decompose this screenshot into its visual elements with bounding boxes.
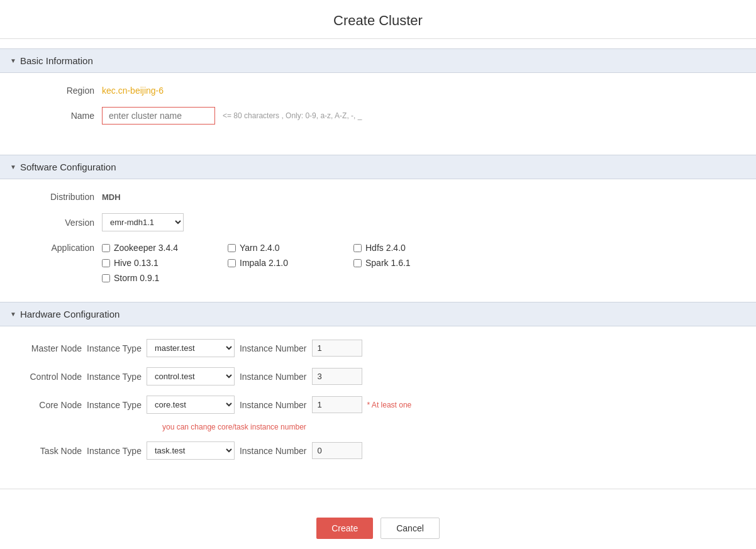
core-instance-type-label: Instance Type <box>87 400 142 410</box>
hardware-configuration-header: ▼ Hardware Configuration <box>0 302 756 326</box>
app-hdfs-label: Hdfs 2.4.0 <box>365 243 406 253</box>
basic-arrow-icon: ▼ <box>10 57 16 64</box>
control-instance-number-input <box>312 368 362 385</box>
hardware-configuration-title: Hardware Configuration <box>20 309 120 319</box>
core-node-inner: Core Node Instance Type core.test Instan… <box>19 396 411 414</box>
cluster-name-input[interactable] <box>102 107 215 125</box>
distribution-value: MDH <box>102 192 121 202</box>
checkbox-hive[interactable] <box>102 259 110 267</box>
checkbox-zookeeper[interactable] <box>102 244 110 252</box>
master-instance-number-label: Instance Number <box>240 343 307 353</box>
software-configuration-title: Software Configuration <box>20 162 116 172</box>
software-configuration-header: ▼ Software Configuration <box>0 155 756 179</box>
basic-information-section: ▼ Basic Information Region kec.cn-beijin… <box>0 48 756 148</box>
region-label: Region <box>19 86 94 96</box>
task-instance-type-select[interactable]: task.test <box>147 441 235 460</box>
application-row: Application Zookeeper 3.4.4 Yarn 2.4.0 H… <box>19 243 737 283</box>
software-configuration-body: Distribution MDH Version emr-mdh1.1 emr-… <box>0 179 756 296</box>
core-extra-note: you can change core/task instance number <box>162 423 306 431</box>
checkbox-storm[interactable] <box>102 274 110 282</box>
core-node-label: Core Node <box>19 400 82 410</box>
task-instance-type-label: Instance Type <box>87 446 142 456</box>
control-instance-number-label: Instance Number <box>240 372 307 382</box>
title-divider <box>0 38 756 39</box>
application-label: Application <box>19 243 94 253</box>
core-extra-note-container: you can change core/task instance number <box>19 421 737 431</box>
core-at-least-note: * At least one <box>367 401 412 409</box>
core-node-row: Core Node Instance Type core.test Instan… <box>19 396 737 431</box>
app-storm: Storm 0.9.1 <box>102 273 228 283</box>
create-button[interactable]: Create <box>316 518 373 539</box>
region-row: Region kec.cn-beijing-6 <box>19 86 737 96</box>
master-node-row: Master Node Instance Type master.test In… <box>19 339 737 357</box>
hardware-arrow-icon: ▼ <box>10 311 16 318</box>
distribution-label: Distribution <box>19 192 94 202</box>
app-impala-label: Impala 2.1.0 <box>240 258 288 268</box>
task-instance-number-label: Instance Number <box>240 446 307 456</box>
name-row: Name <= 80 characters , Only: 0-9, a-z, … <box>19 107 737 125</box>
task-node-label: Task Node <box>19 446 82 456</box>
core-instance-number-input[interactable] <box>312 396 362 413</box>
app-impala: Impala 2.1.0 <box>228 258 353 268</box>
distribution-row: Distribution MDH <box>19 192 737 202</box>
software-configuration-section: ▼ Software Configuration Distribution MD… <box>0 155 756 296</box>
hardware-configuration-body: Master Node Instance Type master.test In… <box>0 326 756 482</box>
app-hdfs: Hdfs 2.4.0 <box>353 243 479 253</box>
master-node-label: Master Node <box>19 343 82 353</box>
app-storm-label: Storm 0.9.1 <box>114 273 159 283</box>
version-select[interactable]: emr-mdh1.1 emr-mdh1.0 <box>102 213 184 231</box>
basic-information-body: Region kec.cn-beijing-6 Name <= 80 chara… <box>0 73 756 148</box>
basic-information-header: ▼ Basic Information <box>0 48 756 73</box>
checkbox-spark[interactable] <box>353 259 362 267</box>
app-zookeeper: Zookeeper 3.4.4 <box>102 243 228 253</box>
core-instance-type-select[interactable]: core.test <box>147 396 235 414</box>
basic-information-title: Basic Information <box>20 55 93 66</box>
app-hive-label: Hive 0.13.1 <box>114 258 158 268</box>
hardware-configuration-section: ▼ Hardware Configuration Master Node Ins… <box>0 302 756 482</box>
task-node-row: Task Node Instance Type task.test Instan… <box>19 441 737 460</box>
footer-divider <box>0 489 756 489</box>
cancel-button[interactable]: Cancel <box>381 518 440 539</box>
application-checkboxes: Zookeeper 3.4.4 Yarn 2.4.0 Hdfs 2.4.0 Hi… <box>102 243 479 283</box>
checkbox-impala[interactable] <box>228 259 236 267</box>
checkbox-yarn[interactable] <box>228 244 236 252</box>
control-instance-type-select[interactable]: control.test <box>147 367 235 385</box>
name-hint: <= 80 characters , Only: 0-9, a-z, A-Z, … <box>223 111 362 120</box>
app-yarn-label: Yarn 2.4.0 <box>240 243 280 253</box>
control-instance-type-label: Instance Type <box>87 372 142 382</box>
app-yarn: Yarn 2.4.0 <box>228 243 353 253</box>
control-node-label: Control Node <box>19 372 82 382</box>
master-instance-type-label: Instance Type <box>87 343 142 353</box>
version-row: Version emr-mdh1.1 emr-mdh1.0 <box>19 213 737 231</box>
version-label: Version <box>19 218 94 228</box>
task-instance-number-input[interactable] <box>312 442 362 459</box>
name-label: Name <box>19 111 94 121</box>
footer-buttons: Create Cancel <box>0 499 756 549</box>
checkbox-hdfs[interactable] <box>353 244 362 252</box>
software-arrow-icon: ▼ <box>10 164 16 170</box>
core-instance-number-label: Instance Number <box>240 400 307 410</box>
master-instance-type-select[interactable]: master.test <box>147 339 235 357</box>
page-title: Create Cluster <box>0 0 756 38</box>
master-instance-number-input <box>312 340 362 357</box>
control-node-row: Control Node Instance Type control.test … <box>19 367 737 385</box>
app-spark: Spark 1.6.1 <box>353 258 479 268</box>
app-spark-label: Spark 1.6.1 <box>365 258 411 268</box>
region-value: kec.cn-beijing-6 <box>102 86 164 96</box>
app-zookeeper-label: Zookeeper 3.4.4 <box>114 243 178 253</box>
app-hive: Hive 0.13.1 <box>102 258 228 268</box>
